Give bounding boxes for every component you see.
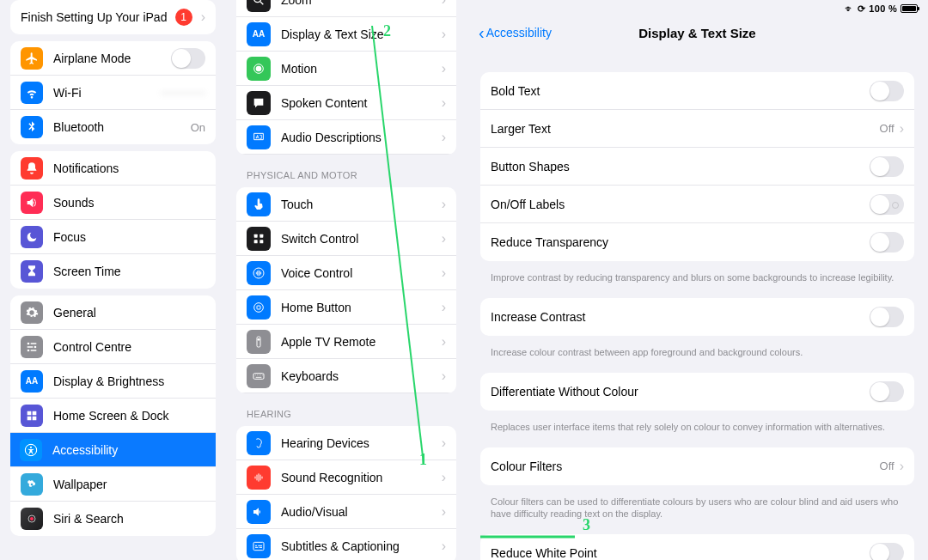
chevron-right-icon: › [900,121,904,137]
row-display-text-size[interactable]: AADisplay & Text Size› [236,17,456,52]
annotation-3: 3 [583,516,590,534]
soundwave-icon [247,466,271,490]
back-button[interactable]: ‹Accessibility [479,23,552,43]
textsize-icon: AA [21,370,43,393]
row-home-button[interactable]: Home Button› [236,290,456,325]
row-focus[interactable]: Focus [10,220,216,254]
row-audio-visual[interactable]: Audio/Visual› [236,495,456,529]
row-airplane-mode[interactable]: Airplane Mode [10,41,216,76]
finish-setup-label: Finish Setting Up Your iPad [21,10,175,24]
audio-visual-icon [247,500,271,524]
nav-bar: ‹Accessibility Display & Text Size [467,17,928,48]
svg-point-4 [254,0,261,2]
wifi-status-icon: ᯤ [845,3,854,14]
button-shapes-toggle[interactable] [870,156,904,177]
row-audio-descriptions[interactable]: Audio Descriptions› [236,120,456,155]
chevron-right-icon: › [442,27,446,42]
row-appletv-remote[interactable]: Apple TV Remote› [236,325,456,359]
bold-text-toggle[interactable] [870,81,904,101]
row-motion[interactable]: Motion› [236,52,456,86]
colour-filters-label: Colour Filters [491,460,880,473]
increase-contrast-toggle[interactable] [870,307,904,327]
row-subtitles[interactable]: Subtitles & Captioning› [236,529,456,560]
chevron-right-icon: › [442,0,446,8]
audio-desc-icon [247,125,271,149]
row-reduce-transparency[interactable]: Reduce Transparency [480,223,914,261]
section-header-hearing: Hearing [226,397,467,423]
audio-visual-label: Audio/Visual [281,505,437,519]
grid-icon [21,405,43,427]
row-colour-filters[interactable]: Colour FiltersOff› [480,447,914,485]
row-zoom[interactable]: Zoom› [236,0,456,17]
row-bold-text[interactable]: Bold Text [480,72,914,110]
row-larger-text[interactable]: Larger TextOff› [480,110,914,148]
row-button-shapes[interactable]: Button Shapes [480,148,914,186]
switch-control-icon [247,227,271,251]
row-wallpaper[interactable]: Wallpaper [10,467,216,502]
battery-pct: 100 % [869,3,897,14]
moon-icon [21,226,43,248]
onoff-labels-toggle[interactable] [870,194,904,215]
airplane-toggle[interactable] [171,48,205,69]
button-shapes-label: Button Shapes [491,160,870,173]
annotation-2: 2 [383,22,391,40]
accessibility-label: Accessibility [52,443,206,457]
section-header-physical: Physical and Motor [226,158,467,184]
hearing-devices-label: Hearing Devices [281,436,437,450]
onoff-labels-label: On/Off Labels [491,198,870,211]
reduce-transparency-label: Reduce Transparency [491,235,870,249]
zoom-icon [247,0,271,12]
gear-icon [21,301,43,324]
larger-text-label: Larger Text [491,122,880,136]
row-increase-contrast[interactable]: Increase Contrast [480,298,914,336]
row-general[interactable]: General [10,295,216,330]
svg-rect-16 [253,373,264,379]
chevron-right-icon: › [442,61,446,76]
ear-icon [247,431,271,455]
row-touch[interactable]: Touch› [236,187,456,222]
row-diff-without-colour[interactable]: Differentiate Without Colour [480,373,914,411]
appletv-remote-label: Apple TV Remote [281,335,437,349]
zoom-label: Zoom [281,0,437,7]
wifi-icon [21,82,43,104]
reduce-white-point-toggle[interactable] [870,543,904,560]
row-voice-control[interactable]: Voice Control› [236,256,456,290]
svg-point-3 [30,517,34,520]
row-siri[interactable]: Siri & Search [10,502,216,536]
chevron-right-icon: › [442,368,446,384]
siri-icon [21,508,43,530]
row-screentime[interactable]: Screen Time [10,254,216,289]
row-spoken-content[interactable]: Spoken Content› [236,86,456,120]
svg-point-5 [256,65,262,71]
row-sounds[interactable]: Sounds [10,186,216,220]
page-title: Display & Text Size [638,26,755,40]
row-finish-setup[interactable]: Finish Setting Up Your iPad 1 › [10,0,216,34]
keyboards-label: Keyboards [281,369,437,383]
appletv-remote-icon [247,330,271,354]
bluetooth-label: Bluetooth [53,120,191,134]
row-onoff-labels[interactable]: On/Off Labels [480,186,914,223]
keyboard-icon [247,364,271,388]
row-display-brightness[interactable]: AADisplay & Brightness [10,364,216,399]
focus-label: Focus [53,230,205,244]
general-label: General [53,306,205,320]
diff-without-colour-toggle[interactable] [870,381,904,402]
row-reduce-white-point[interactable]: Reduce White Point [480,534,914,560]
accessibility-submenu: Zoom› AADisplay & Text Size› Motion› Spo… [226,0,467,560]
row-switch-control[interactable]: Switch Control› [236,222,456,256]
row-keyboards[interactable]: Keyboards› [236,359,456,393]
row-home-screen[interactable]: Home Screen & Dock [10,399,216,433]
row-bluetooth[interactable]: Bluetooth On [10,110,216,144]
colour-filters-value: Off [880,460,894,472]
row-notifications[interactable]: Notifications [10,151,216,186]
reduce-transparency-toggle[interactable] [870,232,904,253]
row-control-centre[interactable]: Control Centre [10,330,216,364]
reduce-white-point-label: Reduce White Point [491,546,870,560]
row-accessibility[interactable]: Accessibility [10,433,216,467]
diff-without-colour-label: Differentiate Without Colour [491,385,870,399]
row-wifi[interactable]: Wi-Fi ———— [10,76,216,110]
settings-sidebar-left: Finish Setting Up Your iPad 1 › Airplane… [0,0,226,560]
speaker-icon [21,192,43,214]
chevron-right-icon: › [201,9,205,25]
display-brightness-label: Display & Brightness [53,374,205,388]
